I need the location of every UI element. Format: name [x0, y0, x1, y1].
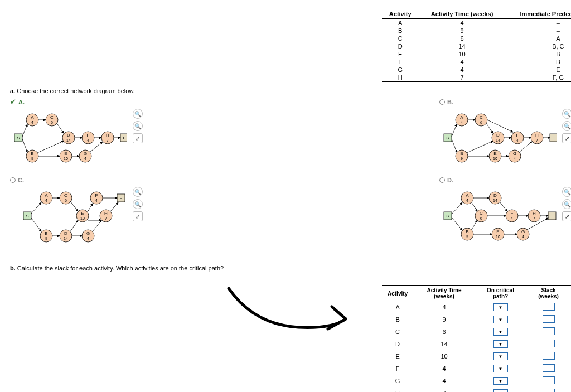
svg-text:4: 4	[511, 216, 513, 220]
svg-line-118	[110, 202, 118, 211]
svg-text:G: G	[84, 151, 87, 156]
radio-icon	[10, 177, 16, 183]
book-icon: ⎘	[382, 3, 571, 9]
slack-input[interactable]	[543, 352, 555, 360]
svg-text:D: D	[493, 193, 497, 198]
svg-text:A: A	[31, 115, 34, 120]
svg-line-111	[70, 201, 78, 211]
svg-text:7: 7	[107, 138, 109, 142]
slack-input[interactable]	[543, 376, 555, 384]
svg-text:6: 6	[51, 120, 53, 124]
critical-dropdown[interactable]: ▼	[493, 340, 508, 348]
svg-text:S: S	[26, 214, 28, 219]
svg-text:A: A	[460, 115, 463, 120]
critical-dropdown[interactable]: ▼	[493, 377, 508, 385]
svg-line-151	[471, 220, 477, 230]
option-b[interactable]: B. S A4 C6 B9 D14 E10 F4 G4 H7 F	[439, 98, 568, 170]
zoom-out-icon[interactable]: 🔍	[562, 121, 571, 131]
critical-dropdown[interactable]: ▼	[493, 365, 508, 372]
popout-icon[interactable]: ⤢	[562, 133, 571, 143]
svg-text:H: H	[533, 211, 536, 216]
zoom-out-icon[interactable]: 🔍	[562, 199, 571, 209]
zoom-in-icon[interactable]: 🔍	[562, 187, 571, 197]
option-c[interactable]: C. S A4 C6 B9 D14 E10 F4 G4 H7 F	[10, 176, 138, 248]
svg-line-72	[467, 141, 493, 153]
critical-dropdown[interactable]: ▼	[493, 328, 508, 336]
table-row: H7F, G	[382, 74, 571, 82]
svg-text:7: 7	[536, 138, 538, 142]
th-critical: On critical path?	[475, 286, 526, 301]
svg-text:F: F	[123, 135, 126, 141]
svg-text:F: F	[516, 133, 519, 138]
option-a[interactable]: ✔ A. S A4 C6 B9 D14 E10 F4 G4	[10, 98, 138, 170]
svg-text:4: 4	[95, 199, 98, 202]
svg-text:D: D	[496, 133, 500, 138]
table-row: A4–	[382, 19, 571, 27]
svg-text:H: H	[535, 133, 539, 138]
slack-input[interactable]	[543, 315, 555, 323]
svg-line-113	[88, 204, 93, 212]
svg-line-116	[93, 220, 101, 231]
critical-dropdown[interactable]: ▼	[493, 352, 508, 360]
svg-text:10: 10	[496, 235, 500, 239]
svg-line-37	[90, 142, 103, 152]
zoom-out-icon[interactable]: 🔍	[133, 121, 143, 131]
zoom-out-icon[interactable]: 🔍	[133, 199, 143, 209]
svg-text:B: B	[460, 151, 463, 156]
svg-text:G: G	[513, 151, 516, 156]
critical-dropdown[interactable]: ▼	[493, 389, 508, 392]
popout-icon[interactable]: ⤢	[133, 211, 143, 221]
svg-text:7: 7	[105, 216, 107, 220]
th-time: Activity Time (weeks)	[418, 9, 505, 19]
option-label: B.	[447, 99, 453, 105]
slack-input[interactable]	[543, 340, 555, 347]
svg-text:S: S	[446, 135, 449, 141]
svg-text:14: 14	[493, 199, 497, 202]
svg-line-148	[452, 217, 462, 230]
network-diagram-d: S A4 D14 B9 C6 E10 F4 G4 H7 F	[439, 187, 557, 248]
critical-dropdown[interactable]: ▼	[493, 316, 508, 323]
svg-text:10: 10	[80, 216, 85, 220]
popout-icon[interactable]: ⤢	[562, 211, 571, 221]
svg-text:4: 4	[87, 138, 89, 142]
slack-input[interactable]	[543, 327, 555, 335]
svg-text:E: E	[81, 211, 84, 216]
zoom-in-icon[interactable]: 🔍	[562, 109, 571, 119]
svg-line-29	[22, 139, 27, 152]
svg-text:14: 14	[496, 138, 500, 142]
network-diagram-b: S A4 C6 B9 D14 E10 F4 G4 H7 F	[439, 109, 557, 170]
svg-text:D: D	[67, 133, 70, 138]
svg-text:6: 6	[65, 199, 67, 202]
svg-line-112	[70, 220, 78, 231]
svg-text:E: E	[493, 151, 496, 156]
zoom-in-icon[interactable]: 🔍	[133, 187, 143, 197]
svg-text:4: 4	[31, 120, 33, 124]
svg-text:9: 9	[31, 157, 33, 161]
svg-text:6: 6	[480, 120, 482, 124]
question-a: a. Choose the correct network diagram be…	[10, 88, 571, 94]
popout-icon[interactable]: ⤢	[133, 133, 143, 143]
svg-text:D: D	[64, 231, 67, 236]
table-row: A4 ▼	[382, 301, 571, 314]
slack-input[interactable]	[543, 303, 555, 311]
svg-text:B: B	[466, 229, 468, 234]
svg-text:C: C	[480, 211, 483, 216]
svg-text:4: 4	[45, 199, 47, 202]
svg-line-108	[31, 218, 41, 231]
th-time: Activity Time (weeks)	[413, 286, 475, 301]
svg-text:C: C	[50, 115, 54, 120]
svg-text:F: F	[551, 214, 554, 219]
zoom-in-icon[interactable]: 🔍	[133, 109, 143, 119]
slack-input[interactable]	[543, 364, 555, 372]
slack-table: Activity Activity Time (weeks) On critic…	[382, 285, 571, 392]
slack-input[interactable]	[543, 389, 555, 392]
th-activity: Activity	[382, 286, 413, 301]
svg-line-77	[519, 142, 532, 152]
critical-dropdown[interactable]: ▼	[493, 303, 508, 311]
table-row: E10 ▼	[382, 350, 571, 362]
svg-text:F: F	[120, 196, 123, 201]
option-d[interactable]: D. S A4 D14 B9 C6 E10 F4 G4 H7 F	[439, 176, 568, 248]
table-row: C6A	[382, 35, 571, 42]
table-row: G4E	[382, 66, 571, 74]
svg-text:B: B	[45, 231, 47, 236]
